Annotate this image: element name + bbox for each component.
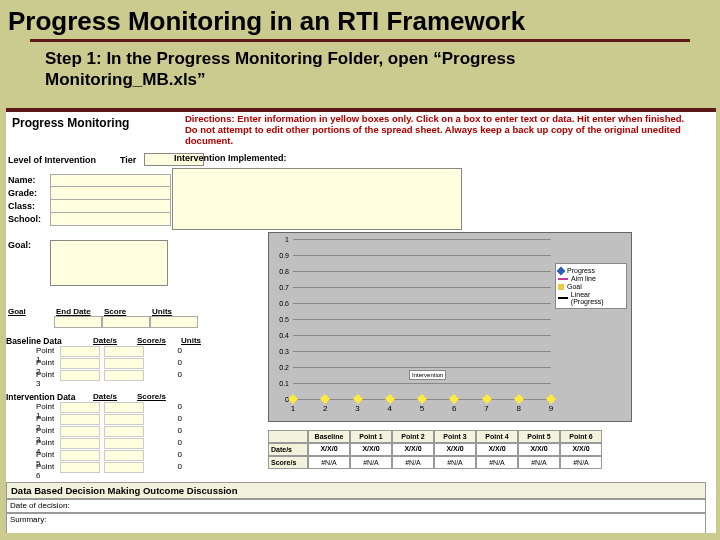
goal-col-enddate: End Date xyxy=(54,307,102,316)
pt-col: Point 3 X/X/0 xyxy=(434,430,476,443)
interv-row-label: Point 1 xyxy=(6,402,58,414)
interv-val-6: 0 xyxy=(146,462,186,474)
class-label: Class: xyxy=(6,200,50,213)
goal-col-score: Score xyxy=(102,307,150,316)
baseline-row-label: Point 3 xyxy=(6,370,58,382)
goal-enddate-input[interactable] xyxy=(54,316,102,328)
baseline-score-3[interactable] xyxy=(104,370,144,381)
baseline-units-h: Units xyxy=(179,336,223,346)
info-block: Name: Grade: Class: School: xyxy=(6,174,171,226)
baseline-scores-h: Score/s xyxy=(135,336,179,346)
name-input[interactable] xyxy=(50,174,171,187)
interv-row-label: Point 6 xyxy=(6,462,58,474)
pt-cell: #N/A xyxy=(476,456,518,469)
interv-row-label: Point 4 xyxy=(6,438,58,450)
interv-scores-h: Score/s xyxy=(135,392,179,402)
spreadsheet-screenshot: Progress Monitoring Directions: Enter in… xyxy=(6,108,716,533)
baseline-row-label: Point 2 xyxy=(6,358,58,370)
decision-date-box[interactable]: Date of decision: xyxy=(6,499,706,513)
pt-col: Point 6 X/X/0 xyxy=(560,430,602,443)
school-input[interactable] xyxy=(50,213,171,226)
interv-date-5[interactable] xyxy=(60,450,100,461)
pt-cell: #N/A xyxy=(518,456,560,469)
title-underline xyxy=(30,39,690,42)
interv-score-1[interactable] xyxy=(104,402,144,413)
tier-label: Tier xyxy=(118,154,144,166)
directions-line-2: Do not attempt to edit other portions of… xyxy=(185,125,712,147)
interv-row-label: Point 5 xyxy=(6,450,58,462)
interv-row-label: Point 2 xyxy=(6,414,58,426)
step-text: Step 1: In the Progress Monitoring Folde… xyxy=(0,46,720,99)
interv-score-6[interactable] xyxy=(104,462,144,473)
baseline-score-1[interactable] xyxy=(104,346,144,357)
baseline-score-2[interactable] xyxy=(104,358,144,369)
progress-chart: 00.10.20.30.40.50.60.70.80.91123456789In… xyxy=(268,232,632,422)
goal-label: Goal: xyxy=(8,240,31,250)
baseline-val-1: 0 xyxy=(146,346,186,358)
goal-units-input[interactable] xyxy=(150,316,198,328)
level-label: Level of Intervention xyxy=(6,154,118,166)
pt-row-scores: Score/s xyxy=(268,456,308,469)
points-summary-table: Baseline X/X/0 Point 1 X/X/0 Point 2 X/X… xyxy=(268,430,602,469)
baseline-title: Baseline Data xyxy=(6,336,91,346)
pt-col: Point 1 X/X/0 xyxy=(350,430,392,443)
interv-date-1[interactable] xyxy=(60,402,100,413)
pt-cell: #N/A xyxy=(434,456,476,469)
interv-score-2[interactable] xyxy=(104,414,144,425)
interv-val-4: 0 xyxy=(146,438,186,450)
chart-legend: Progress Aim line Goal Linear (Progress) xyxy=(555,263,627,309)
school-label: School: xyxy=(6,213,50,226)
goal-score-input[interactable] xyxy=(102,316,150,328)
legend-progress: Progress xyxy=(567,267,595,274)
pt-col: Point 5 X/X/0 xyxy=(518,430,560,443)
interv-val-1: 0 xyxy=(146,402,186,414)
baseline-date-3[interactable] xyxy=(60,370,100,381)
pt-col: Point 2 X/X/0 xyxy=(392,430,434,443)
goal-col-units: Units xyxy=(150,307,198,316)
pt-col: Baseline X/X/0 xyxy=(308,430,350,443)
pt-cell: #N/A xyxy=(560,456,602,469)
baseline-dates-h: Date/s xyxy=(91,336,135,346)
interv-row-label: Point 3 xyxy=(6,426,58,438)
baseline-val-2: 0 xyxy=(146,358,186,370)
goal-input[interactable] xyxy=(50,240,168,286)
baseline-row-label: Point 1 xyxy=(6,346,58,358)
interv-title: Intervention Data xyxy=(6,392,91,402)
pt-cell: #N/A xyxy=(350,456,392,469)
summary-box[interactable]: Summary: xyxy=(6,513,706,533)
interv-val-2: 0 xyxy=(146,414,186,426)
interv-score-4[interactable] xyxy=(104,438,144,449)
sheet-title: Progress Monitoring xyxy=(6,112,181,149)
class-input[interactable] xyxy=(50,200,171,213)
interv-date-2[interactable] xyxy=(60,414,100,425)
goal-table: Goal End Date Score Units xyxy=(6,307,226,328)
name-label: Name: xyxy=(6,174,50,187)
interv-val-5: 0 xyxy=(146,450,186,462)
interv-score-5[interactable] xyxy=(104,450,144,461)
pt-row-dates: Date/s xyxy=(268,443,308,456)
interv-date-6[interactable] xyxy=(60,462,100,473)
discussion-section: Data Based Decision Making Outcome Discu… xyxy=(6,482,706,533)
baseline-val-3: 0 xyxy=(146,370,186,382)
interv-score-3[interactable] xyxy=(104,426,144,437)
intervention-table: Intervention Data Date/s Score/s Point 1… xyxy=(6,392,236,474)
interv-date-3[interactable] xyxy=(60,426,100,437)
interv-dates-h: Date/s xyxy=(91,392,135,402)
legend-aimline: Aim line xyxy=(571,275,596,282)
interv-val-3: 0 xyxy=(146,426,186,438)
directions: Directions: Enter information in yellow … xyxy=(181,112,716,149)
intervention-label: Intervention Implemented: xyxy=(172,152,289,164)
baseline-date-2[interactable] xyxy=(60,358,100,369)
goal-col-goal: Goal xyxy=(6,307,54,316)
pt-cell: #N/A xyxy=(308,456,350,469)
baseline-date-1[interactable] xyxy=(60,346,100,357)
intervention-input[interactable] xyxy=(172,168,462,230)
slide-title: Progress Monitoring in an RTI Framework xyxy=(0,0,720,39)
interv-date-4[interactable] xyxy=(60,438,100,449)
pt-col: Point 4 X/X/0 xyxy=(476,430,518,443)
pt-cell: #N/A xyxy=(392,456,434,469)
grade-label: Grade: xyxy=(6,187,50,200)
grade-input[interactable] xyxy=(50,187,171,200)
legend-goal: Goal xyxy=(567,283,582,290)
discussion-title: Data Based Decision Making Outcome Discu… xyxy=(6,482,706,499)
